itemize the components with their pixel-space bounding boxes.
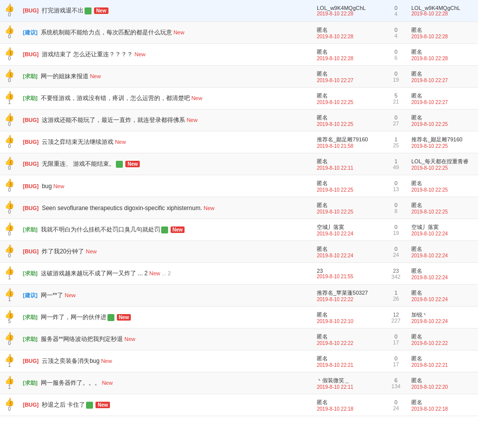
author-name[interactable]: 匿名: [317, 158, 381, 165]
post-title[interactable]: 不要怪游戏，游戏没有错，疼训，怎么运营的，都清楚吧: [41, 95, 190, 102]
author-column: 匿名2019-8-10 22:25: [314, 113, 383, 128]
author-name[interactable]: 匿名: [317, 355, 381, 362]
author-name[interactable]: 匿名: [317, 48, 381, 56]
stats-column: 149: [383, 158, 408, 170]
author-name[interactable]: 匿名: [317, 399, 381, 406]
last-reply-column: 匿名2019-8-10 22:27: [408, 91, 478, 106]
thumbs-up-icon[interactable]: 👍: [4, 267, 14, 275]
author-name[interactable]: 匿名: [317, 245, 381, 253]
thumbs-up-icon[interactable]: 👍: [4, 333, 14, 340]
table-row: 👍0[BUG] 这游戏还能不能玩了，最近一直炸，就连登录都得佛系New匿名201…: [0, 110, 478, 131]
new-label: New: [115, 139, 126, 145]
post-title[interactable]: 网一的姐妹来报道: [41, 73, 89, 80]
post-title[interactable]: 游戏结束了 怎么还让重连？？？？: [42, 51, 133, 58]
last-reply-author[interactable]: 匿名: [411, 355, 475, 362]
author-name[interactable]: 匿名: [317, 70, 381, 78]
table-row: 👍0[BUG] 云顶之弈结束无法继续游戏New推荐名_鄙足雕791602019-…: [0, 131, 478, 153]
author-name[interactable]: 推荐名_苹菜蓬50327: [317, 289, 381, 297]
thumbs-up-icon[interactable]: 👍: [4, 70, 14, 78]
author-time: 2019-8-10 22:28: [317, 11, 381, 16]
thumbs-up-icon[interactable]: 👍: [4, 398, 14, 406]
last-reply-author[interactable]: 空城丿落寞: [411, 224, 475, 231]
thumbs-up-icon[interactable]: 👍: [4, 113, 14, 121]
post-title[interactable]: 云顶之弈结束无法继续游戏: [42, 138, 113, 145]
thumbs-up-icon[interactable]: 👍: [4, 245, 14, 253]
author-name[interactable]: 匿名: [317, 114, 381, 121]
last-reply-author[interactable]: LOL_每天都在捏重青睿: [411, 158, 475, 165]
thumbs-up-icon[interactable]: 👍: [4, 179, 14, 187]
last-reply-author[interactable]: 匿名: [411, 114, 475, 121]
last-reply-author[interactable]: 加锐丶: [411, 311, 475, 319]
author-name[interactable]: 匿名: [317, 311, 381, 319]
last-reply-author[interactable]: 匿名: [411, 245, 475, 253]
post-tag: [BUG]: [23, 51, 39, 57]
post-title[interactable]: 无限重连、 游戏不能结束。: [42, 160, 115, 167]
view-count: 19: [383, 77, 408, 83]
post-title[interactable]: 打完游戏退不出: [42, 7, 84, 14]
author-name[interactable]: 23: [317, 268, 381, 274]
post-title[interactable]: 网一**了: [41, 292, 63, 299]
thumbs-up-icon[interactable]: 👍: [4, 354, 14, 362]
author-name[interactable]: 匿名: [317, 202, 381, 209]
stats-column: 017: [383, 355, 408, 367]
title-column: [BUG] 秒退之后 卡住了New: [19, 400, 314, 410]
last-reply-author[interactable]: 推荐名_鄙足雕79160: [411, 136, 475, 143]
new-label: New: [187, 117, 197, 123]
post-title[interactable]: 服务器**网络波动把我判定秒退: [41, 336, 123, 342]
last-reply-author[interactable]: 匿名: [411, 333, 475, 340]
last-reply-author[interactable]: 匿名: [411, 92, 475, 100]
last-reply-column: 匿名2019-8-10 22:25: [408, 113, 478, 128]
last-reply-time: 2019-8-10 22:22: [411, 340, 475, 346]
post-tag: [BUG]: [23, 139, 39, 145]
author-time: 2019-8-10 21:55: [317, 274, 381, 279]
author-name[interactable]: 推荐名_鄙足雕79160: [317, 136, 381, 143]
thumbs-up-icon[interactable]: 👍: [4, 223, 14, 231]
last-reply-author[interactable]: 匿名: [411, 70, 475, 78]
last-reply-author[interactable]: 匿名: [411, 48, 475, 56]
post-title[interactable]: 炸了我20分钟了: [42, 248, 84, 255]
post-title[interactable]: 系统机制能不能给力点，每次匹配的都是什么玩意: [41, 29, 172, 36]
thumbs-up-icon[interactable]: 👍: [4, 26, 14, 34]
post-title[interactable]: 这游戏还能不能玩了，最近一直炸，就连登录都得佛系: [42, 116, 185, 123]
last-reply-author[interactable]: 匿名: [411, 26, 475, 34]
author-name[interactable]: 匿名: [317, 333, 381, 340]
thumbs-up-icon[interactable]: 👍: [4, 311, 14, 319]
reply-count: 0: [383, 49, 408, 55]
post-title[interactable]: 网一炸了，网一的伙伴进: [41, 314, 106, 321]
post-title[interactable]: Seen sevoflurane therapeutics digoxin-sp…: [42, 205, 202, 212]
post-title[interactable]: 网一服务器炸了。。。: [41, 379, 100, 386]
post-title[interactable]: 云顶之奕装备消失bug: [42, 357, 99, 364]
thumbs-up-icon[interactable]: 👍: [4, 289, 14, 297]
last-reply-author[interactable]: 匿名: [411, 399, 475, 406]
thumbs-up-icon[interactable]: 👍: [4, 376, 14, 384]
thumbs-up-icon[interactable]: 👍: [4, 92, 14, 100]
thumbs-up-icon[interactable]: 👍: [4, 135, 14, 143]
author-time: 2019-8-10 22:22: [317, 297, 381, 302]
new-badge: New: [171, 226, 185, 233]
author-name[interactable]: LOL_w9K4MQgChL: [317, 5, 381, 11]
author-name[interactable]: 匿名: [317, 92, 381, 100]
stats-column: 125: [383, 136, 408, 148]
author-name[interactable]: 空城丿落寞: [317, 224, 381, 231]
thumbs-up-icon[interactable]: 👍: [4, 157, 14, 165]
author-name[interactable]: 丶假装微笑＿: [317, 377, 381, 384]
thumbs-up-icon[interactable]: 👍: [4, 4, 14, 12]
last-reply-author[interactable]: 匿名: [411, 202, 475, 209]
last-reply-author[interactable]: 匿名: [411, 180, 475, 187]
vote-count: 1: [8, 362, 11, 368]
last-reply-author[interactable]: 匿名: [411, 289, 475, 297]
last-reply-author[interactable]: 匿名: [411, 377, 475, 384]
last-reply-time: 2019-8-10 22:24: [411, 253, 475, 258]
author-name[interactable]: 匿名: [317, 26, 381, 34]
vote-column: 👍0: [0, 113, 19, 127]
thumbs-up-icon[interactable]: 👍: [4, 201, 14, 209]
post-title[interactable]: 这破游戏越来越玩不成了网一又炸了 ... 2: [41, 270, 148, 277]
post-title[interactable]: 我就不明白为什么挂机不处罚口臭几句就处罚: [41, 226, 160, 233]
post-title[interactable]: 秒退之后 卡住了: [42, 401, 85, 408]
last-reply-time: 2019-8-10 22:25: [411, 165, 475, 171]
last-reply-author[interactable]: LOL_w9K4MQgChL: [411, 5, 475, 11]
author-name[interactable]: 匿名: [317, 180, 381, 187]
post-title[interactable]: bug: [42, 183, 52, 190]
thumbs-up-icon[interactable]: 👍: [4, 48, 14, 56]
last-reply-author[interactable]: 匿名: [411, 267, 475, 275]
